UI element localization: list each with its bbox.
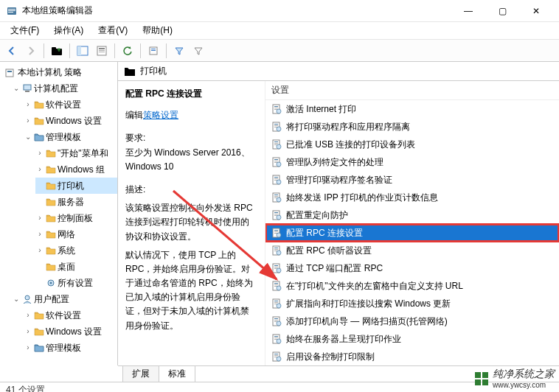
twisty-icon[interactable]: › xyxy=(24,97,32,112)
watermark-logo-icon xyxy=(475,372,488,385)
menu-view[interactable]: 查看(V) xyxy=(91,22,135,39)
tab-standard[interactable]: 标准 xyxy=(159,366,195,382)
refresh-button[interactable] xyxy=(119,42,136,60)
tree-node-all-settings[interactable]: 所有设置 xyxy=(35,275,117,291)
settings-row[interactable]: 始终发送 IPP 打印机的作业页计数信息 xyxy=(265,189,559,206)
svg-rect-5 xyxy=(52,47,56,49)
tree-label: Windows 组 xyxy=(58,162,105,177)
twisty-icon[interactable]: › xyxy=(24,324,32,339)
filter-options-button[interactable] xyxy=(190,42,207,60)
tree-label: 网络 xyxy=(58,227,75,242)
tree-node-admin-templates[interactable]: ⌄管理模板 xyxy=(24,129,117,145)
settings-row[interactable]: 启用设备控制打印限制 xyxy=(265,348,559,365)
menu-help[interactable]: 帮助(H) xyxy=(135,22,180,39)
svg-rect-63 xyxy=(274,248,278,248)
tree-node-printers[interactable]: 打印机 xyxy=(35,178,117,194)
settings-row[interactable]: 始终在服务器上呈现打印作业 xyxy=(265,330,559,348)
tree-node-control-panel[interactable]: ›控制面板 xyxy=(35,210,117,226)
settings-row-label: 配置 RPC 连接设置 xyxy=(286,225,363,240)
properties-button[interactable] xyxy=(93,42,111,60)
titlebar: 本地组策略编辑器 — ▢ ✕ xyxy=(0,0,559,22)
svg-rect-59 xyxy=(274,231,278,232)
tree-node-system[interactable]: ›系统 xyxy=(35,242,117,259)
forward-button[interactable] xyxy=(22,42,40,60)
settings-row[interactable]: 配置 RPC 连接设置 xyxy=(265,224,559,242)
tree-node-start-menu[interactable]: ›"开始"菜单和 xyxy=(35,145,117,161)
tree-node-user-windows[interactable]: ›Windows 设置 xyxy=(24,323,117,340)
policy-icon xyxy=(271,316,282,326)
settings-row[interactable]: 通过 TCP 端口配置 RPC xyxy=(265,259,559,277)
back-button[interactable] xyxy=(3,42,21,60)
twisty-icon[interactable]: ⌄ xyxy=(12,81,21,96)
edit-prefix: 编辑 xyxy=(125,110,143,120)
twisty-icon[interactable]: › xyxy=(24,308,32,323)
tree-node-user-software[interactable]: ›软件设置 xyxy=(24,307,117,323)
tree-node-software-settings[interactable]: ›软件设置 xyxy=(24,97,117,113)
toolbar-separator xyxy=(166,43,167,58)
tree-root-label: 本地计算机 策略 xyxy=(18,66,82,79)
settings-row[interactable]: 配置 RPC 侦听器设置 xyxy=(265,242,559,259)
tree-node-user-config[interactable]: ⌄用户配置 xyxy=(12,291,117,307)
settings-row[interactable]: 在"打印机"文件夹的左窗格中自定义支持 URL xyxy=(265,277,559,295)
twisty-icon[interactable]: ⌄ xyxy=(12,292,21,307)
settings-row-label: 添加打印机向导 — 网络扫描页(托管网络) xyxy=(286,314,448,329)
minimize-button[interactable]: — xyxy=(451,0,485,22)
twisty-icon[interactable]: › xyxy=(35,162,44,177)
filter-button[interactable] xyxy=(170,42,188,60)
svg-point-26 xyxy=(277,109,281,113)
tree-label: 系统 xyxy=(58,243,75,258)
menu-action[interactable]: 操作(A) xyxy=(46,22,91,39)
folder-icon xyxy=(46,197,56,206)
tree-node-network[interactable]: ›网络 xyxy=(35,226,117,242)
svg-point-56 xyxy=(277,215,281,220)
svg-rect-13 xyxy=(151,49,156,49)
settings-row[interactable]: 将打印驱动程序和应用程序隔离 xyxy=(265,118,559,136)
tree-label: 计算机配置 xyxy=(34,81,78,96)
edit-policy-link[interactable]: 策略设置 xyxy=(143,110,178,120)
twisty-icon[interactable]: › xyxy=(35,146,44,161)
settings-row[interactable]: 配置重定向防护 xyxy=(265,206,559,224)
maximize-button[interactable]: ▢ xyxy=(485,0,519,22)
svg-point-51 xyxy=(277,197,281,202)
watermark: 纯净系统之家 www.ywcsy.com xyxy=(475,368,555,389)
twisty-icon[interactable]: ⌄ xyxy=(24,130,32,144)
show-hide-tree-button[interactable] xyxy=(74,42,91,60)
folder-icon xyxy=(34,343,44,352)
settings-row-label: 管理打印驱动程序签名验证 xyxy=(286,172,392,187)
settings-row-label: 将打印驱动程序和应用程序隔离 xyxy=(286,119,410,134)
settings-row[interactable]: 管理打印驱动程序签名验证 xyxy=(265,171,559,189)
close-button[interactable]: ✕ xyxy=(519,0,553,22)
twisty-icon[interactable]: › xyxy=(24,113,32,128)
tree-node-windows-components[interactable]: ›Windows 组 xyxy=(35,161,117,178)
settings-row[interactable]: 激活 Internet 打印 xyxy=(265,100,559,118)
folder-icon xyxy=(46,149,56,158)
tree-node-desktop[interactable]: 桌面 xyxy=(35,259,117,275)
settings-row[interactable]: 已批准 USB 连接的打印设备列表 xyxy=(265,136,559,153)
menu-file[interactable]: 文件(F) xyxy=(3,22,46,39)
settings-row[interactable]: 管理队列特定文件的处理 xyxy=(265,153,559,171)
twisty-icon[interactable]: › xyxy=(35,227,44,242)
twisty-icon[interactable]: › xyxy=(24,340,32,355)
description-p2: 默认情况下，使用 TCP 上的 RPC，并始终启用身份验证。对于通过命名管道的 … xyxy=(125,248,257,333)
tree-root[interactable]: 本地计算机 策略 xyxy=(0,65,117,80)
settings-row[interactable]: 添加打印机向导 — 网络扫描页(托管网络) xyxy=(265,312,559,330)
settings-column-header[interactable]: 设置 xyxy=(265,81,559,100)
toolbar-separator xyxy=(114,43,115,58)
tree-node-windows-settings[interactable]: ›Windows 设置 xyxy=(24,113,117,129)
twisty-icon[interactable]: › xyxy=(35,211,44,225)
export-button[interactable] xyxy=(145,42,162,60)
tree-node-computer-config[interactable]: ⌄ 计算机配置 xyxy=(12,80,117,97)
tree-label: 软件设置 xyxy=(46,308,81,323)
settings-row[interactable]: 扩展指向和打印连接以搜索 Windows 更新 xyxy=(265,295,559,312)
up-button[interactable] xyxy=(48,42,66,60)
tree-node-user-templates[interactable]: ›管理模板 xyxy=(24,340,117,356)
toolbar-separator xyxy=(140,43,141,58)
tree-label: 控制面板 xyxy=(58,211,93,225)
tree-node-servers[interactable]: 服务器 xyxy=(35,194,117,210)
tab-extended[interactable]: 扩展 xyxy=(122,366,159,382)
svg-rect-18 xyxy=(25,91,29,92)
settings-row-label: 已批准 USB 连接的打印设备列表 xyxy=(286,137,415,152)
policy-icon xyxy=(271,245,282,256)
twisty-icon[interactable]: › xyxy=(35,243,44,258)
svg-rect-7 xyxy=(77,46,81,55)
